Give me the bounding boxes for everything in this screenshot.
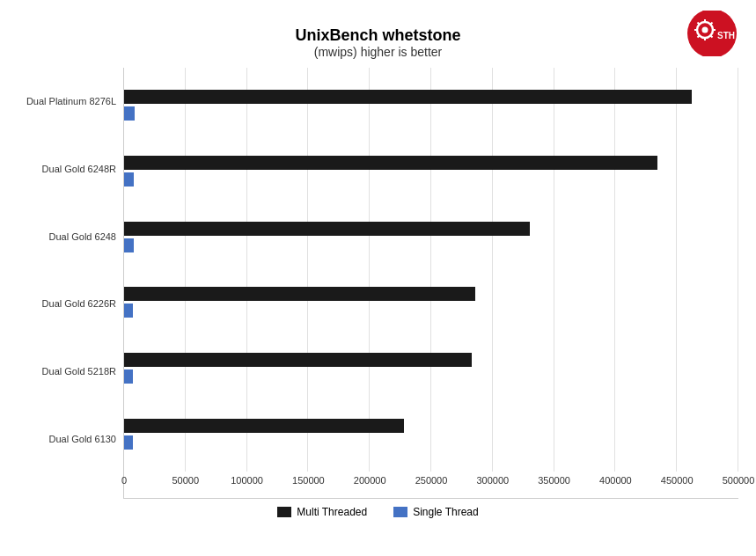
bar-multi [124,287,475,301]
bar-row-single [124,106,738,121]
y-label: Dual Gold 5218R [18,366,123,377]
x-axis-label: 50000 [172,475,200,486]
x-axis-label: 0 [121,475,127,486]
legend: Multi Threaded Single Thread [18,506,738,523]
bar-single [124,435,133,450]
chart-title: UnixBench whetstone [18,26,738,45]
bar-row-single [124,303,738,318]
bar-single [124,304,133,318]
x-axis-labels: 0500001000001500002000002500003000003500… [124,472,738,498]
bar-multi [124,90,692,104]
legend-single: Single Thread [393,506,479,518]
legend-single-label: Single Thread [413,506,479,518]
x-axis-label: 100000 [231,475,263,486]
bar-row-multi [124,89,738,105]
y-label: Dual Gold 6248R [18,164,123,174]
chart-subtitle: (mwips) higher is better [18,45,738,59]
y-label: Dual Platinum 8276L [18,96,123,106]
bar-row-single [124,435,738,450]
bar-row-multi [124,352,738,368]
bar-row-single [124,369,738,384]
chart-container: STH UnixBench whetstone (mwips) higher i… [0,0,756,556]
y-label: Dual Gold 6226R [18,298,123,309]
bar-multi [124,353,472,367]
chart-area: Dual Platinum 8276LDual Gold 6248RDual G… [18,68,738,499]
bar-row-multi [124,155,738,171]
x-axis-label: 200000 [354,475,386,486]
legend-multi: Multi Threaded [277,506,367,518]
bars-area [124,68,738,472]
x-axis-label: 250000 [415,475,448,486]
bar-single [124,172,134,187]
legend-multi-swatch [277,507,291,517]
bar-multi [124,156,657,170]
svg-text:STH: STH [717,31,735,40]
x-axis-label: 350000 [538,475,570,486]
bar-multi [124,222,530,236]
chart-plot: 0500001000001500002000002500003000003500… [123,68,738,499]
bar-row-single [124,238,738,253]
x-axis-label: 500000 [723,475,755,486]
x-axis-label: 450000 [661,475,694,486]
bar-single [124,106,135,121]
bar-group [124,84,738,126]
bar-group [124,348,738,389]
bar-single [124,238,134,252]
bar-row-multi [124,418,738,434]
x-axis-label: 300000 [476,475,509,486]
x-axis-label: 150000 [292,475,325,486]
y-axis-labels: Dual Platinum 8276LDual Gold 6248RDual G… [18,68,123,499]
bar-row-multi [124,221,738,237]
x-axis-label: 400000 [599,475,632,486]
bar-row-multi [124,286,738,302]
bar-group [124,413,738,455]
y-label: Dual Gold 6130 [18,434,123,444]
sth-logo: STH [686,11,738,55]
y-label: Dual Gold 6248 [18,231,123,242]
bar-group [124,150,738,192]
legend-multi-label: Multi Threaded [297,506,367,518]
legend-single-swatch [393,507,407,517]
svg-point-2 [702,27,708,33]
bar-single [124,369,133,384]
bar-group [124,282,738,323]
bar-row-single [124,172,738,187]
bar-group [124,216,738,258]
bar-multi [124,419,404,433]
